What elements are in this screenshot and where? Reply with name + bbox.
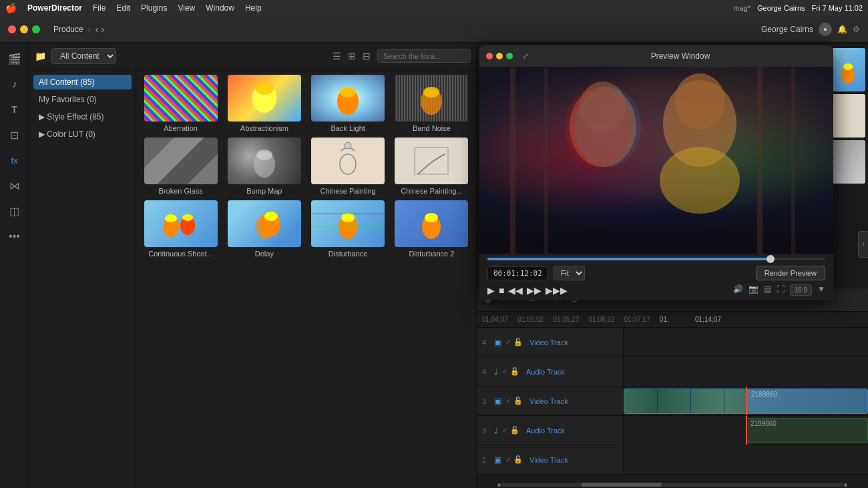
preview-minimize-button[interactable] xyxy=(496,53,503,59)
effect-backlight-label: Back Light xyxy=(331,124,365,132)
filter-style-effect[interactable]: ▶ Style Effect (85) xyxy=(33,109,132,124)
fit-dropdown[interactable]: Fit xyxy=(554,266,585,280)
track-4-audio-toggle[interactable]: ✓ xyxy=(502,367,508,376)
effect-disturbance[interactable]: Disturbance xyxy=(309,200,387,258)
effect-brokenglass[interactable]: Broken Glass xyxy=(142,138,220,195)
effect-chinesepainting2-thumb xyxy=(395,138,468,184)
sidebar-item-audio[interactable]: ♪ xyxy=(4,73,25,95)
menu-plugins[interactable]: Plugins xyxy=(141,3,167,13)
effect-abstractionism-thumb xyxy=(228,75,301,121)
grid-view-button[interactable]: ⊞ xyxy=(347,49,357,63)
render-preview-button[interactable]: Render Preview xyxy=(756,266,825,280)
stop-button[interactable]: ■ xyxy=(499,285,504,296)
scroll-right-button[interactable]: ● xyxy=(843,480,848,488)
window-close-button[interactable] xyxy=(8,25,16,33)
sidebar-item-text[interactable]: T xyxy=(4,99,25,120)
collapse-panel-button[interactable]: ‹ xyxy=(858,231,868,258)
large-grid-button[interactable]: ⊟ xyxy=(361,49,372,63)
settings-icon[interactable]: ⚙ xyxy=(853,25,860,34)
effect-chinesepainting[interactable]: Chinese Painting xyxy=(309,138,387,195)
effect-brokenglass-thumb xyxy=(144,138,218,184)
preview-expand-icon[interactable]: ⤢ xyxy=(522,51,529,61)
sidebar-item-transition[interactable]: ⋈ xyxy=(4,175,25,196)
track-4-video-content[interactable] xyxy=(624,328,868,356)
timeline-scrollbar: ● ● xyxy=(477,481,868,488)
track-3-video-lock[interactable]: 🔓 xyxy=(513,397,523,405)
search-input[interactable] xyxy=(377,49,471,63)
effect-disturbance2[interactable]: Disturbance 2 xyxy=(393,200,471,258)
snapshot-icon[interactable]: 📷 xyxy=(748,284,758,296)
track-4-audio-content[interactable] xyxy=(624,357,868,386)
effect-aberration[interactable]: Aberration xyxy=(142,75,220,132)
progress-bar[interactable] xyxy=(487,258,825,260)
window-minimize-button[interactable] xyxy=(20,25,28,33)
progress-handle[interactable] xyxy=(767,255,775,263)
play-button[interactable]: ▶ xyxy=(487,285,495,296)
effect-bumpmap[interactable]: Bump Map xyxy=(225,138,303,195)
apple-menu[interactable]: 🍎 xyxy=(5,3,17,13)
scrollbar-thumb[interactable] xyxy=(582,483,662,487)
fullscreen-icon[interactable]: ⛶ xyxy=(777,284,785,296)
back-button[interactable]: ‹ xyxy=(95,24,99,35)
menu-view[interactable]: View xyxy=(178,3,195,13)
notifications-icon[interactable]: 🔔 xyxy=(837,25,847,34)
menu-help[interactable]: Help xyxy=(245,3,262,13)
scrollbar-track[interactable] xyxy=(501,483,843,487)
produce-label[interactable]: Produce xyxy=(53,25,83,34)
filter-my-favorites[interactable]: My Favorites (0) xyxy=(33,92,132,107)
aspect-dropdown-icon[interactable]: ▼ xyxy=(817,284,825,296)
effect-continuousshoot[interactable]: Continuous Shoot... xyxy=(142,200,220,258)
effect-delay[interactable]: Delay xyxy=(225,200,303,258)
track-3-video-toggle[interactable]: ✓ xyxy=(505,397,511,405)
content-filter-dropdown[interactable]: All Content xyxy=(51,48,116,64)
track-4-video-toggle[interactable]: ✓ xyxy=(505,338,511,346)
effect-bandnoise[interactable]: Band Noise xyxy=(393,75,471,132)
menu-window[interactable]: Window xyxy=(206,3,234,13)
rewind-button[interactable]: ◀◀ xyxy=(508,285,523,296)
fast-forward-button[interactable]: ▶▶▶ xyxy=(546,285,568,296)
sidebar-item-more[interactable]: ••• xyxy=(4,226,25,247)
list-view-button[interactable]: ☰ xyxy=(331,49,343,63)
track-3-audio-label: Audio Track xyxy=(526,427,565,435)
track-3-audio-icons: ✓ 🔓 xyxy=(502,426,519,435)
track-2-video-content[interactable] xyxy=(624,445,868,474)
filter-color-lut[interactable]: ▶ Color LUT (0) xyxy=(33,127,132,142)
preview-window: ⤢ Preview Window xyxy=(479,45,833,300)
sidebar-item-overlay[interactable]: ◫ xyxy=(4,200,25,222)
volume-icon[interactable]: 🔊 xyxy=(733,284,743,296)
track-3-audio-lock[interactable]: 🔓 xyxy=(510,426,519,435)
track-4-video-lock[interactable]: 🔓 xyxy=(513,338,523,346)
track-audio-icon: ♩ xyxy=(494,367,498,377)
content-toolbar: 📁 All Content ☰ ⊞ ⊟ xyxy=(29,43,476,69)
filter-all-content[interactable]: All Content (85) xyxy=(33,75,132,89)
user-avatar[interactable]: ● xyxy=(819,23,832,36)
forward-button[interactable]: › xyxy=(101,24,104,35)
track-2-video-lock[interactable]: 🔓 xyxy=(513,455,523,464)
left-sidebar: 🎬 ♪ T ⊡ fx ⋈ ◫ ••• xyxy=(0,43,29,488)
svg-point-18 xyxy=(264,212,278,221)
right-thumb-2 xyxy=(831,94,865,138)
captions-icon[interactable]: ▤ xyxy=(764,284,771,296)
track-2-video-toggle[interactable]: ✓ xyxy=(505,455,511,464)
effect-backlight[interactable]: Back Light xyxy=(309,75,387,132)
window-maximize-button[interactable] xyxy=(32,25,40,33)
preview-maximize-button[interactable] xyxy=(506,53,513,59)
menu-edit[interactable]: Edit xyxy=(116,3,130,13)
track-4-audio-lock[interactable]: 🔓 xyxy=(510,367,519,376)
playhead-line-audio[interactable] xyxy=(746,416,747,445)
track-3-audio-clip[interactable]: 2189860 xyxy=(746,418,868,443)
scroll-left-button[interactable]: ● xyxy=(497,480,501,488)
sidebar-item-fx[interactable]: fx xyxy=(4,150,25,171)
effect-chinesepainting2[interactable]: Chinese Painting... xyxy=(393,138,471,195)
menu-file[interactable]: File xyxy=(93,3,105,13)
step-forward-button[interactable]: ▶▶ xyxy=(527,285,541,296)
track-3-audio-toggle[interactable]: ✓ xyxy=(502,426,508,435)
track-3-audio-content[interactable]: 2189860 xyxy=(624,416,868,445)
sidebar-item-media[interactable]: 🎬 xyxy=(4,48,25,69)
folder-button[interactable]: 📁 xyxy=(35,51,46,61)
effect-abstractionism[interactable]: Abstractionism xyxy=(225,75,303,132)
preview-close-button[interactable] xyxy=(486,53,493,59)
track-3-video-content[interactable]: 2189860 xyxy=(624,387,868,415)
sidebar-item-pip[interactable]: ⊡ xyxy=(4,124,25,146)
playhead-line[interactable] xyxy=(746,387,747,415)
